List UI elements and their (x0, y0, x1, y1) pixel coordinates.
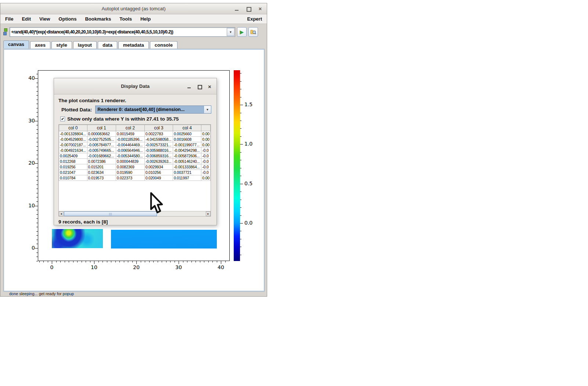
plot-canvas[interactable]: 0102030400102030400.00.51.01.5 Display D… (3, 49, 265, 292)
tab-layout[interactable]: layout (73, 41, 97, 49)
table-cell[interactable]: -0.0 (201, 170, 211, 175)
table-cell[interactable]: 0.00 (201, 142, 211, 148)
table-cell[interactable]: -0.005872606... (173, 153, 201, 159)
table-cell[interactable]: -0.001333864... (173, 164, 201, 170)
table-cell[interactable]: 0.011997 (173, 175, 201, 181)
maximize-icon[interactable] (246, 7, 251, 11)
table-row[interactable]: 0.0192560.0152010.00823690.0029934-0.001… (59, 164, 211, 170)
table-header-cell[interactable]: col 2 (116, 125, 144, 131)
table-cell[interactable]: 0.0029934 (144, 164, 173, 170)
table-cell[interactable]: 0.0072386 (87, 159, 116, 164)
table-cell[interactable]: -0.005784977... (87, 142, 116, 148)
table-cell[interactable]: -0.006859316... (144, 153, 173, 159)
scroll-right-button[interactable]: ► (206, 211, 211, 216)
minimize-icon[interactable] (234, 7, 239, 11)
table-cell[interactable]: 0.0025409 (59, 153, 87, 159)
close-icon[interactable]: × (258, 7, 262, 11)
table-header-cell[interactable]: col 0 (59, 125, 87, 131)
table-row[interactable]: 0.0025409-0.001689662...-0.005344580...-… (59, 153, 211, 159)
table-cell[interactable]: 0.0082369 (116, 164, 144, 170)
table-header-cell[interactable]: col 1 (87, 125, 116, 131)
table-cell[interactable]: -0.004529800... (59, 137, 87, 142)
table-cell[interactable]: -0.005146240... (173, 159, 201, 164)
table-cell[interactable]: -0.005344580... (116, 153, 144, 159)
menu-help[interactable]: Help (140, 16, 151, 22)
data-table-pane[interactable]: col 0col 1col 2col 3col 4-0.001328804...… (58, 124, 211, 217)
table-cell[interactable]: -0.001199077... (173, 142, 201, 148)
menu-view[interactable]: View (39, 16, 50, 22)
table-cell[interactable]: 0.000044839 (116, 159, 144, 164)
table-cell[interactable]: -0.004294298... (173, 148, 201, 153)
table-cell[interactable]: 0.0022783 (144, 131, 173, 137)
filter-checkbox[interactable]: ✔ (60, 117, 65, 121)
menu-tools[interactable]: Tools (119, 16, 132, 22)
table-cell[interactable]: -0.001328804... (59, 131, 87, 137)
menu-file[interactable]: File (5, 16, 13, 22)
table-cell[interactable]: 0.010784 (59, 175, 87, 181)
table-row[interactable]: 0.0210470.0236340.0195900.0102560.003772… (59, 170, 211, 175)
table-row[interactable]: -0.004921634...-0.005749665...-0.0065649… (59, 148, 211, 153)
scrollbar-thumb[interactable] (64, 211, 157, 216)
menu-bookmarks[interactable]: Bookmarks (85, 16, 111, 22)
table-cell[interactable]: 0.000083662 (87, 131, 116, 137)
dialog-minimize-icon[interactable] (187, 85, 191, 89)
table-cell[interactable]: 0.0037721 (173, 170, 201, 175)
table-cell[interactable]: 0.0015459 (116, 131, 144, 137)
renderer-select-arrow[interactable]: ▼ (204, 106, 211, 113)
table-cell[interactable]: 0.021047 (59, 170, 87, 175)
table-cell[interactable]: 0.019573 (87, 175, 116, 181)
window-titlebar[interactable]: Autoplot untagged (as tomcat) × (0, 3, 267, 14)
table-cell[interactable]: -0.0 (201, 164, 211, 170)
table-cell[interactable]: -0.005988016... (144, 148, 173, 153)
table-cell[interactable]: 0.00 (201, 131, 211, 137)
table-cell[interactable]: -0.005749665... (87, 148, 116, 153)
table-cell[interactable]: 0.012268 (59, 159, 87, 164)
go-button[interactable]: ▶ (237, 27, 247, 37)
menu-edit[interactable]: Edit (22, 16, 31, 22)
table-cell[interactable]: 0.00 (201, 175, 211, 181)
expert-menu[interactable]: Expert (247, 16, 262, 22)
dialog-maximize-icon[interactable] (197, 85, 201, 89)
table-row[interactable]: 0.0122680.00723860.000044839-0.002639263… (59, 159, 211, 164)
tab-console[interactable]: console (150, 41, 178, 49)
renderer-select[interactable]: Renderer 0: dataset[40,40] (dimension...… (95, 106, 211, 114)
table-cell[interactable]: -0.0 (201, 153, 211, 159)
table-cell[interactable]: 0.022373 (116, 175, 144, 181)
table-cell[interactable]: -0.0 (201, 159, 211, 164)
table-cell[interactable]: 0.010256 (144, 170, 173, 175)
inspect-uri-button[interactable] (248, 27, 258, 37)
dialog-titlebar[interactable]: Display Data × (54, 78, 216, 94)
horizontal-scrollbar[interactable]: ◄ ► (59, 211, 211, 216)
table-cell[interactable]: -0.002752505... (87, 137, 116, 142)
table-header-cell[interactable] (201, 125, 211, 131)
table-cell[interactable]: 0.019590 (116, 170, 144, 175)
dialog-close-icon[interactable]: × (208, 85, 212, 89)
colorbar[interactable] (234, 70, 240, 261)
table-cell[interactable]: -0.0 (201, 148, 211, 153)
uri-dropdown-button[interactable]: ▼ (227, 28, 234, 36)
table-row[interactable]: -0.007002187...-0.005784977...-0.0044644… (59, 142, 211, 148)
tab-metadata[interactable]: metadata (118, 41, 149, 49)
uri-input[interactable]: +rand(40,40)*(exp(-distance(40,40,20,20,… (10, 27, 235, 37)
table-cell[interactable]: -0.001689662... (87, 153, 116, 159)
uri-value[interactable]: +rand(40,40)*(exp(-distance(40,40,20,20,… (10, 29, 227, 35)
table-cell[interactable]: -0.004464469... (116, 142, 144, 148)
table-cell[interactable]: -0.004921634... (59, 148, 87, 153)
table-cell[interactable]: 0.0025660 (173, 131, 201, 137)
table-cell[interactable]: -0.007002187... (59, 142, 87, 148)
table-cell[interactable]: 0.015201 (87, 164, 116, 170)
table-row[interactable]: -0.001328804...0.0000836620.00154590.002… (59, 131, 211, 137)
table-cell[interactable]: -0.002573321... (144, 142, 173, 148)
table-header-cell[interactable]: col 3 (144, 125, 173, 131)
table-header-cell[interactable]: col 4 (173, 125, 201, 131)
tab-data[interactable]: data (98, 41, 117, 49)
table-cell[interactable]: -0.002639263... (144, 159, 173, 164)
table-cell[interactable]: -4.041598058... (144, 137, 173, 142)
table-cell[interactable]: 0.0016608 (173, 137, 201, 142)
table-row[interactable]: 0.0107840.0195730.0223730.0200490.011997… (59, 175, 211, 181)
table-cell[interactable]: 0.019256 (59, 164, 87, 170)
table-cell[interactable]: 0.020049 (144, 175, 173, 181)
table-cell[interactable]: -0.001185396... (116, 137, 144, 142)
menu-options[interactable]: Options (58, 16, 76, 22)
table-cell[interactable]: -0.006564946... (116, 148, 144, 153)
